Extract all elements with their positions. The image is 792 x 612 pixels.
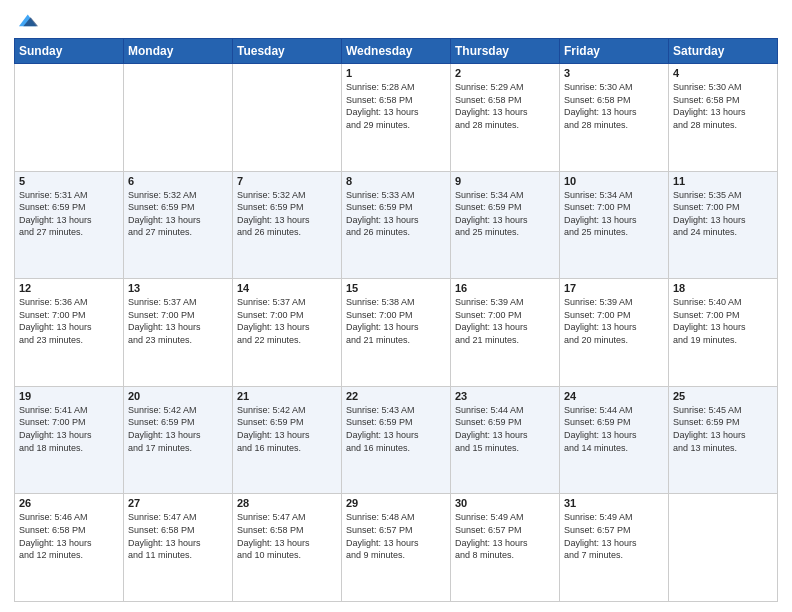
day-number: 14	[237, 282, 337, 294]
day-info: Sunrise: 5:44 AMSunset: 6:59 PMDaylight:…	[564, 404, 664, 454]
calendar-week-row: 1Sunrise: 5:28 AMSunset: 6:58 PMDaylight…	[15, 64, 778, 172]
calendar-week-row: 19Sunrise: 5:41 AMSunset: 7:00 PMDayligh…	[15, 386, 778, 494]
calendar-cell: 4Sunrise: 5:30 AMSunset: 6:58 PMDaylight…	[669, 64, 778, 172]
day-info: Sunrise: 5:29 AMSunset: 6:58 PMDaylight:…	[455, 81, 555, 131]
weekday-header: Monday	[124, 39, 233, 64]
day-info: Sunrise: 5:48 AMSunset: 6:57 PMDaylight:…	[346, 511, 446, 561]
calendar-cell	[233, 64, 342, 172]
calendar-cell: 12Sunrise: 5:36 AMSunset: 7:00 PMDayligh…	[15, 279, 124, 387]
day-number: 7	[237, 175, 337, 187]
day-info: Sunrise: 5:47 AMSunset: 6:58 PMDaylight:…	[237, 511, 337, 561]
day-number: 25	[673, 390, 773, 402]
day-number: 28	[237, 497, 337, 509]
calendar-cell	[124, 64, 233, 172]
calendar-cell: 25Sunrise: 5:45 AMSunset: 6:59 PMDayligh…	[669, 386, 778, 494]
day-number: 12	[19, 282, 119, 294]
day-info: Sunrise: 5:33 AMSunset: 6:59 PMDaylight:…	[346, 189, 446, 239]
page: SundayMondayTuesdayWednesdayThursdayFrid…	[0, 0, 792, 612]
day-number: 15	[346, 282, 446, 294]
day-number: 3	[564, 67, 664, 79]
calendar-cell: 7Sunrise: 5:32 AMSunset: 6:59 PMDaylight…	[233, 171, 342, 279]
weekday-header: Thursday	[451, 39, 560, 64]
calendar-cell: 20Sunrise: 5:42 AMSunset: 6:59 PMDayligh…	[124, 386, 233, 494]
logo	[14, 10, 38, 32]
logo-icon	[16, 10, 38, 32]
day-number: 11	[673, 175, 773, 187]
day-info: Sunrise: 5:32 AMSunset: 6:59 PMDaylight:…	[128, 189, 228, 239]
calendar-cell: 2Sunrise: 5:29 AMSunset: 6:58 PMDaylight…	[451, 64, 560, 172]
day-number: 10	[564, 175, 664, 187]
calendar-week-row: 5Sunrise: 5:31 AMSunset: 6:59 PMDaylight…	[15, 171, 778, 279]
day-info: Sunrise: 5:49 AMSunset: 6:57 PMDaylight:…	[455, 511, 555, 561]
day-number: 24	[564, 390, 664, 402]
day-number: 9	[455, 175, 555, 187]
day-number: 2	[455, 67, 555, 79]
day-info: Sunrise: 5:41 AMSunset: 7:00 PMDaylight:…	[19, 404, 119, 454]
day-info: Sunrise: 5:30 AMSunset: 6:58 PMDaylight:…	[564, 81, 664, 131]
calendar-cell: 3Sunrise: 5:30 AMSunset: 6:58 PMDaylight…	[560, 64, 669, 172]
calendar-cell: 16Sunrise: 5:39 AMSunset: 7:00 PMDayligh…	[451, 279, 560, 387]
calendar-cell: 29Sunrise: 5:48 AMSunset: 6:57 PMDayligh…	[342, 494, 451, 602]
day-info: Sunrise: 5:28 AMSunset: 6:58 PMDaylight:…	[346, 81, 446, 131]
calendar-cell	[669, 494, 778, 602]
weekday-header: Wednesday	[342, 39, 451, 64]
calendar-cell: 31Sunrise: 5:49 AMSunset: 6:57 PMDayligh…	[560, 494, 669, 602]
day-info: Sunrise: 5:42 AMSunset: 6:59 PMDaylight:…	[237, 404, 337, 454]
calendar-cell: 17Sunrise: 5:39 AMSunset: 7:00 PMDayligh…	[560, 279, 669, 387]
day-number: 22	[346, 390, 446, 402]
day-number: 21	[237, 390, 337, 402]
calendar-cell: 9Sunrise: 5:34 AMSunset: 6:59 PMDaylight…	[451, 171, 560, 279]
calendar-week-row: 26Sunrise: 5:46 AMSunset: 6:58 PMDayligh…	[15, 494, 778, 602]
calendar-cell: 8Sunrise: 5:33 AMSunset: 6:59 PMDaylight…	[342, 171, 451, 279]
calendar-table: SundayMondayTuesdayWednesdayThursdayFrid…	[14, 38, 778, 602]
day-number: 20	[128, 390, 228, 402]
day-info: Sunrise: 5:32 AMSunset: 6:59 PMDaylight:…	[237, 189, 337, 239]
day-info: Sunrise: 5:37 AMSunset: 7:00 PMDaylight:…	[237, 296, 337, 346]
day-number: 27	[128, 497, 228, 509]
calendar-cell: 23Sunrise: 5:44 AMSunset: 6:59 PMDayligh…	[451, 386, 560, 494]
calendar-cell: 6Sunrise: 5:32 AMSunset: 6:59 PMDaylight…	[124, 171, 233, 279]
day-number: 1	[346, 67, 446, 79]
calendar-cell: 27Sunrise: 5:47 AMSunset: 6:58 PMDayligh…	[124, 494, 233, 602]
calendar-cell: 18Sunrise: 5:40 AMSunset: 7:00 PMDayligh…	[669, 279, 778, 387]
day-info: Sunrise: 5:37 AMSunset: 7:00 PMDaylight:…	[128, 296, 228, 346]
day-info: Sunrise: 5:30 AMSunset: 6:58 PMDaylight:…	[673, 81, 773, 131]
calendar-cell: 24Sunrise: 5:44 AMSunset: 6:59 PMDayligh…	[560, 386, 669, 494]
day-number: 13	[128, 282, 228, 294]
calendar-cell: 10Sunrise: 5:34 AMSunset: 7:00 PMDayligh…	[560, 171, 669, 279]
calendar-cell: 26Sunrise: 5:46 AMSunset: 6:58 PMDayligh…	[15, 494, 124, 602]
day-number: 26	[19, 497, 119, 509]
day-number: 8	[346, 175, 446, 187]
calendar-cell: 19Sunrise: 5:41 AMSunset: 7:00 PMDayligh…	[15, 386, 124, 494]
day-number: 18	[673, 282, 773, 294]
weekday-header: Sunday	[15, 39, 124, 64]
day-info: Sunrise: 5:31 AMSunset: 6:59 PMDaylight:…	[19, 189, 119, 239]
day-number: 30	[455, 497, 555, 509]
day-info: Sunrise: 5:49 AMSunset: 6:57 PMDaylight:…	[564, 511, 664, 561]
day-number: 29	[346, 497, 446, 509]
calendar-cell: 15Sunrise: 5:38 AMSunset: 7:00 PMDayligh…	[342, 279, 451, 387]
day-info: Sunrise: 5:39 AMSunset: 7:00 PMDaylight:…	[455, 296, 555, 346]
weekday-header: Friday	[560, 39, 669, 64]
calendar-cell: 5Sunrise: 5:31 AMSunset: 6:59 PMDaylight…	[15, 171, 124, 279]
calendar-cell: 21Sunrise: 5:42 AMSunset: 6:59 PMDayligh…	[233, 386, 342, 494]
calendar-cell: 13Sunrise: 5:37 AMSunset: 7:00 PMDayligh…	[124, 279, 233, 387]
day-number: 6	[128, 175, 228, 187]
day-info: Sunrise: 5:46 AMSunset: 6:58 PMDaylight:…	[19, 511, 119, 561]
day-info: Sunrise: 5:40 AMSunset: 7:00 PMDaylight:…	[673, 296, 773, 346]
header	[14, 10, 778, 32]
day-info: Sunrise: 5:36 AMSunset: 7:00 PMDaylight:…	[19, 296, 119, 346]
calendar-week-row: 12Sunrise: 5:36 AMSunset: 7:00 PMDayligh…	[15, 279, 778, 387]
day-number: 16	[455, 282, 555, 294]
day-info: Sunrise: 5:43 AMSunset: 6:59 PMDaylight:…	[346, 404, 446, 454]
calendar-cell: 1Sunrise: 5:28 AMSunset: 6:58 PMDaylight…	[342, 64, 451, 172]
calendar-cell: 28Sunrise: 5:47 AMSunset: 6:58 PMDayligh…	[233, 494, 342, 602]
weekday-header: Saturday	[669, 39, 778, 64]
day-number: 5	[19, 175, 119, 187]
calendar-cell	[15, 64, 124, 172]
day-info: Sunrise: 5:39 AMSunset: 7:00 PMDaylight:…	[564, 296, 664, 346]
calendar-cell: 14Sunrise: 5:37 AMSunset: 7:00 PMDayligh…	[233, 279, 342, 387]
calendar-cell: 30Sunrise: 5:49 AMSunset: 6:57 PMDayligh…	[451, 494, 560, 602]
day-info: Sunrise: 5:44 AMSunset: 6:59 PMDaylight:…	[455, 404, 555, 454]
day-info: Sunrise: 5:45 AMSunset: 6:59 PMDaylight:…	[673, 404, 773, 454]
